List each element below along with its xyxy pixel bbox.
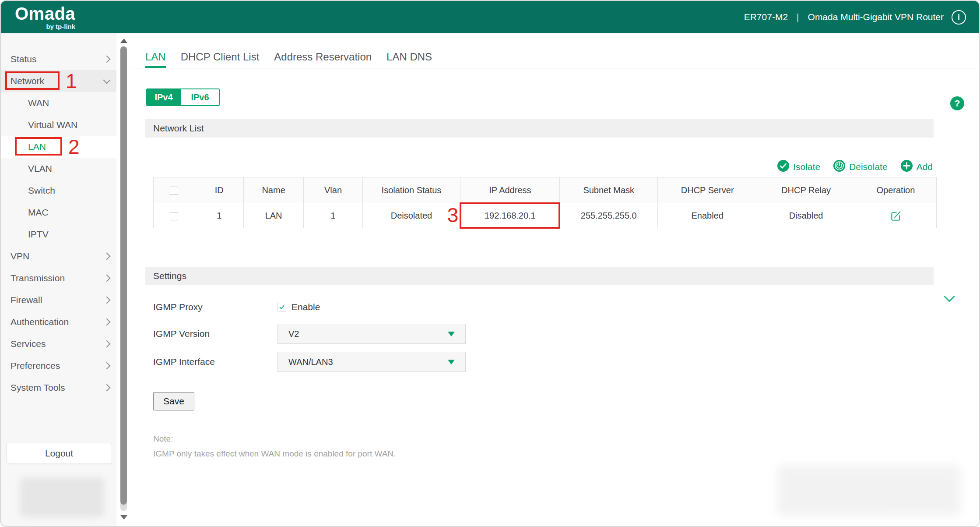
chevron-right-icon [103, 340, 111, 348]
sidebar-item-iptv[interactable]: IPTV [1, 223, 116, 245]
sidebar-item-preferences[interactable]: Preferences [1, 355, 116, 377]
chevron-right-icon [103, 275, 111, 282]
collapse-chevron-icon[interactable] [945, 293, 954, 301]
section-title: Network List [153, 123, 204, 134]
column-isolation-status: Isolation Status [362, 177, 460, 203]
deisolate-label: Deisolate [849, 162, 888, 172]
select-all-header [154, 177, 195, 203]
save-button[interactable]: Save [153, 392, 194, 410]
igmp-version-row: IGMP Version V2 [153, 324, 979, 344]
tab-address-reservation[interactable]: Address Reservation [274, 52, 372, 68]
sidebar-item-status[interactable]: Status [1, 48, 116, 70]
select-all-checkbox[interactable] [170, 187, 178, 195]
sidebar-item-label: Preferences [11, 361, 60, 371]
column-operation: Operation [855, 177, 936, 203]
tab-bar: LAN DHCP Client List Address Reservation… [131, 33, 979, 68]
cell-id: 1 [195, 203, 243, 228]
sidebar-item-label: System Tools [11, 382, 65, 393]
sidebar-item-firewall[interactable]: Firewall [1, 289, 116, 311]
column-id: ID [195, 177, 243, 203]
cell-isolation-status: Deisolated 3 [362, 203, 460, 228]
dropdown-arrow-icon [448, 360, 455, 364]
check-circle-icon [777, 160, 789, 174]
scrollbar-thumb[interactable] [120, 46, 127, 505]
tab-lan-dns[interactable]: LAN DNS [386, 52, 432, 68]
sidebar-item-vpn[interactable]: VPN [1, 245, 116, 267]
column-name: Name [243, 177, 304, 203]
network-list-section-header: Network List [145, 119, 934, 138]
sidebar-item-network[interactable]: Network 1 [1, 70, 116, 92]
igmp-interface-select[interactable]: WAN/LAN3 [277, 352, 466, 372]
chevron-right-icon [103, 362, 111, 370]
device-name: Omada Multi-Gigabit VPN Router [808, 12, 944, 22]
help-icon[interactable]: ? [950, 96, 964, 110]
sidebar-item-authentication[interactable]: Authentication [1, 311, 116, 333]
chevron-right-icon [103, 56, 111, 63]
tab-lan[interactable]: LAN [145, 52, 166, 68]
chevron-down-icon [103, 77, 111, 84]
row-select-cell [154, 203, 195, 228]
sidebar-item-virtual-wan[interactable]: Virtual WAN [1, 114, 116, 136]
router-admin-page: Omada by tp-link ER707-M2 | Omada Multi-… [0, 0, 980, 527]
enable-checkbox[interactable] [277, 303, 286, 311]
sidebar-item-label: VLAN [28, 163, 52, 174]
add-button[interactable]: Add [901, 160, 933, 174]
ipv4-toggle-button[interactable]: IPv4 [147, 89, 180, 105]
sidebar-item-label: Switch [28, 185, 55, 196]
blurred-watermark [777, 465, 961, 516]
plus-circle-icon [901, 160, 913, 174]
add-label: Add [917, 162, 933, 172]
omada-logo-subtext: by tp-link [46, 23, 75, 30]
igmp-version-select[interactable]: V2 [277, 324, 466, 344]
column-subnet-mask: Subnet Mask [560, 177, 658, 203]
sidebar-item-label: Authentication [11, 317, 69, 327]
table-actions: Isolate Deisolate Add [131, 160, 933, 173]
annotation-number-1: 1 [66, 71, 77, 91]
sidebar-item-switch[interactable]: Switch [1, 180, 116, 202]
main-content: LAN DHCP Client List Address Reservation… [131, 33, 979, 526]
igmp-interface-value: WAN/LAN3 [288, 357, 333, 367]
sidebar-item-label: Transmission [11, 273, 65, 283]
sidebar-item-mac[interactable]: MAC [1, 202, 116, 223]
power-circle-icon [833, 160, 845, 174]
edit-icon[interactable] [889, 209, 902, 222]
settings-section-header: Settings [145, 267, 934, 285]
sidebar-item-label: LAN [28, 141, 46, 152]
cell-operation [855, 203, 936, 228]
sidebar-item-label: VPN [11, 251, 29, 262]
sidebar-item-label: Network [11, 76, 44, 86]
isolate-button[interactable]: Isolate [777, 160, 820, 174]
cell-dhcp-server: Enabled [658, 203, 757, 228]
igmp-interface-label: IGMP Interface [153, 357, 277, 367]
sidebar-item-transmission[interactable]: Transmission [1, 267, 116, 289]
column-dhcp-server: DHCP Server [658, 177, 757, 203]
sidebar-item-vlan[interactable]: VLAN [1, 158, 116, 180]
sidebar-item-label: MAC [28, 207, 49, 218]
info-icon[interactable]: i [952, 10, 966, 25]
scroll-down-icon[interactable] [120, 515, 127, 520]
sidebar-item-lan[interactable]: LAN 2 [1, 136, 116, 158]
sidebar-item-services[interactable]: Services [1, 333, 116, 355]
omada-logo: Omada by tp-link [15, 5, 75, 30]
cell-name: LAN [243, 203, 304, 228]
omada-logo-text: Omada [15, 5, 75, 22]
ipv6-toggle-button[interactable]: IPv6 [180, 89, 219, 105]
sidebar-item-wan[interactable]: WAN [1, 92, 116, 114]
igmp-proxy-row: IGMP Proxy Enable [153, 302, 979, 312]
deisolate-button[interactable]: Deisolate [833, 160, 888, 174]
note-title: Note: [153, 434, 979, 444]
sidebar-item-label: Firewall [11, 295, 42, 305]
chevron-right-icon [103, 318, 111, 326]
header-separator: | [796, 12, 800, 22]
device-model: ER707-M2 [744, 12, 788, 22]
tab-dhcp-client-list[interactable]: DHCP Client List [181, 52, 260, 68]
chevron-right-icon [103, 297, 111, 304]
sidebar-item-system-tools[interactable]: System Tools [1, 377, 116, 399]
enable-label: Enable [292, 302, 320, 312]
ip-address-value: 192.168.20.1 [485, 211, 536, 220]
scroll-up-icon[interactable] [120, 39, 127, 43]
row-checkbox[interactable] [170, 212, 178, 220]
sidebar-item-label: IPTV [28, 229, 49, 240]
logout-button[interactable]: Logout [6, 443, 112, 464]
column-ip-address: IP Address [460, 177, 560, 203]
